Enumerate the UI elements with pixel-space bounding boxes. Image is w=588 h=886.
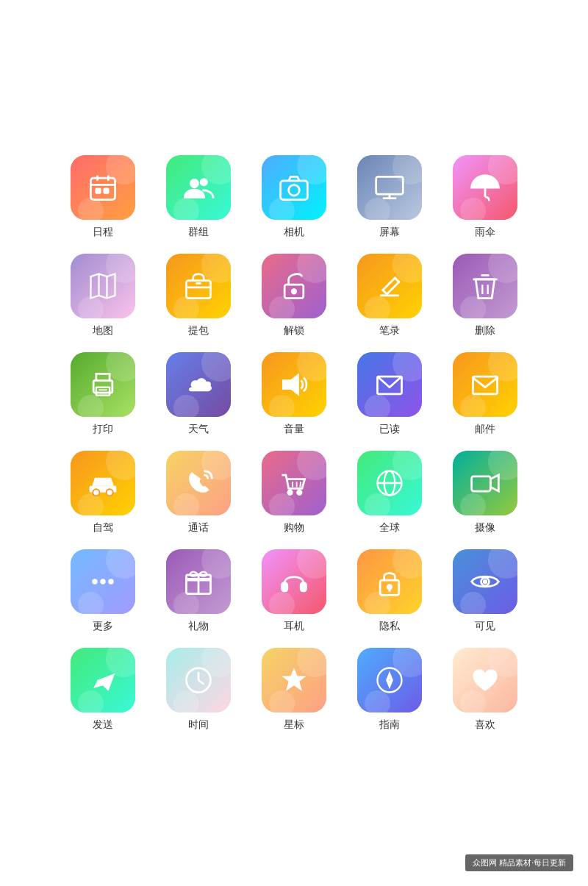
icon-symbol-star	[278, 664, 310, 696]
icon-box-print	[71, 352, 135, 417]
icon-box-more	[71, 549, 135, 614]
icon-item-send[interactable]: 发送	[59, 648, 147, 732]
icon-item-print[interactable]: 打印	[59, 352, 147, 436]
svg-rect-5	[104, 188, 109, 193]
icon-label-weather: 天气	[188, 423, 209, 436]
icon-label-group: 群组	[188, 226, 209, 239]
icon-box-unlock	[262, 254, 326, 318]
svg-rect-10	[376, 176, 404, 194]
icon-label-shop: 购物	[284, 521, 304, 535]
icon-item-time[interactable]: 时间	[154, 648, 243, 732]
svg-point-34	[288, 490, 293, 495]
svg-point-35	[298, 490, 302, 495]
icon-symbol-headphone	[278, 565, 310, 598]
svg-point-32	[93, 489, 99, 496]
icon-item-bag[interactable]: 提包	[154, 254, 243, 337]
icon-item-privacy[interactable]: 隐私	[345, 549, 434, 633]
icon-symbol-umbrella	[469, 171, 501, 204]
svg-rect-30	[473, 376, 498, 394]
icon-item-compass[interactable]: 指南	[345, 648, 434, 732]
icon-item-shop[interactable]: 购物	[250, 451, 338, 535]
icon-item-headphone[interactable]: 耳机	[250, 549, 338, 633]
icon-symbol-bag	[182, 270, 215, 302]
icon-item-group[interactable]: 群组	[154, 155, 243, 239]
icon-item-like[interactable]: 喜欢	[441, 648, 529, 732]
svg-line-38	[300, 482, 301, 487]
icon-box-compass	[357, 648, 422, 712]
icon-symbol-volume	[278, 368, 310, 401]
icon-box-umbrella	[453, 155, 517, 220]
icon-symbol-print	[87, 368, 119, 401]
icon-item-video[interactable]: 摄像	[441, 451, 529, 535]
icon-symbol-send	[87, 664, 119, 696]
svg-point-55	[484, 580, 487, 583]
icon-symbol-schedule	[87, 171, 119, 204]
icon-symbol-delete	[469, 270, 501, 302]
icon-label-map: 地图	[93, 324, 113, 337]
icon-symbol-privacy	[373, 565, 406, 598]
icon-box-map	[71, 254, 135, 318]
icon-item-more[interactable]: 更多	[59, 549, 147, 633]
icon-item-weather[interactable]: 天气	[154, 352, 243, 436]
svg-line-58	[198, 680, 204, 685]
icon-label-global: 全球	[379, 521, 400, 535]
icon-item-star[interactable]: 星标	[250, 648, 338, 732]
icon-item-drive[interactable]: 自驾	[59, 451, 147, 535]
icon-label-schedule: 日程	[93, 226, 113, 239]
icon-symbol-more	[87, 565, 119, 598]
icon-label-camera: 相机	[284, 226, 304, 239]
icon-label-video: 摄像	[475, 521, 495, 535]
svg-rect-0	[91, 178, 115, 199]
svg-rect-42	[472, 476, 491, 490]
icon-symbol-drive	[87, 467, 119, 499]
svg-rect-50	[301, 582, 306, 590]
icon-box-global	[357, 451, 422, 515]
icon-item-read[interactable]: 已读	[345, 352, 434, 436]
icon-label-gift: 礼物	[188, 620, 209, 633]
icon-box-delete	[453, 254, 517, 318]
icon-label-read: 已读	[379, 423, 400, 436]
icon-item-global[interactable]: 全球	[345, 451, 434, 535]
svg-point-60	[388, 679, 391, 682]
icon-box-time	[166, 648, 231, 712]
icon-label-note: 笔录	[379, 324, 400, 337]
icon-item-unlock[interactable]: 解锁	[250, 254, 338, 337]
svg-rect-49	[282, 582, 287, 590]
icon-item-umbrella[interactable]: 雨伞	[441, 155, 529, 239]
icon-symbol-unlock	[278, 270, 310, 302]
icon-item-camera[interactable]: 相机	[250, 155, 338, 239]
svg-point-52	[387, 585, 392, 589]
icon-item-visible[interactable]: 可见	[441, 549, 529, 633]
icon-symbol-gift	[182, 565, 215, 598]
icon-item-map[interactable]: 地图	[59, 254, 147, 337]
svg-point-33	[107, 489, 113, 496]
icon-symbol-screen	[373, 171, 406, 204]
icon-box-read	[357, 352, 422, 417]
icon-item-schedule[interactable]: 日程	[59, 155, 147, 239]
icon-symbol-time	[182, 664, 215, 696]
icon-grid: 日程 群组 相机 屏幕 雨伞 地图 提包 解锁 笔录	[59, 155, 529, 732]
icon-item-mail[interactable]: 邮件	[441, 352, 529, 436]
icon-box-star	[262, 648, 326, 712]
icon-item-volume[interactable]: 音量	[250, 352, 338, 436]
icon-box-video	[453, 451, 517, 515]
icon-item-note[interactable]: 笔录	[345, 254, 434, 337]
svg-point-9	[289, 185, 300, 196]
icon-symbol-read	[373, 368, 406, 401]
icon-box-mail	[453, 352, 517, 417]
icon-item-delete[interactable]: 删除	[441, 254, 529, 337]
icon-label-headphone: 耳机	[284, 620, 304, 633]
icon-box-schedule	[71, 155, 135, 220]
icon-symbol-note	[373, 270, 406, 302]
icon-symbol-visible	[469, 565, 501, 598]
icon-label-print: 打印	[93, 423, 113, 436]
icon-symbol-like	[469, 664, 501, 696]
icon-item-call[interactable]: 通话	[154, 451, 243, 535]
icon-box-bag	[166, 254, 231, 318]
icon-label-mail: 邮件	[475, 423, 495, 436]
svg-rect-26	[96, 387, 110, 395]
icon-item-screen[interactable]: 屏幕	[345, 155, 434, 239]
icon-box-privacy	[357, 549, 422, 614]
icon-symbol-mail	[469, 368, 501, 401]
icon-item-gift[interactable]: 礼物	[154, 549, 243, 633]
